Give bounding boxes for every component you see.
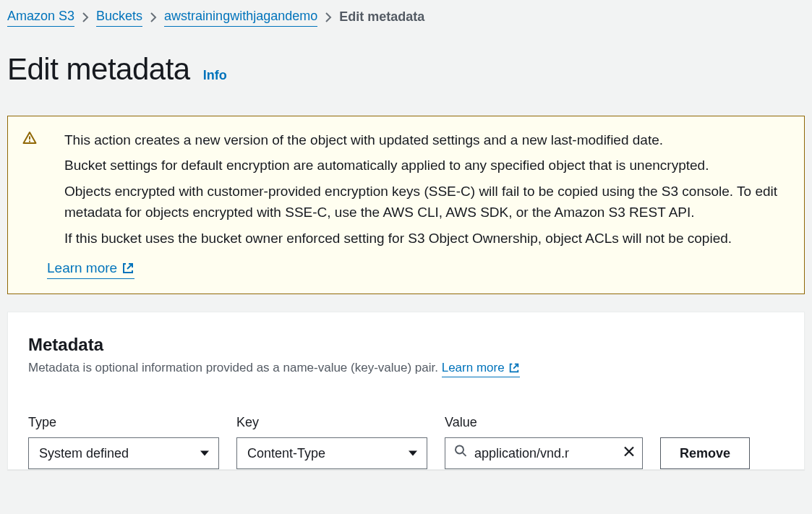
type-label: Type	[28, 414, 219, 432]
key-select-value: Content-Type	[247, 445, 325, 463]
breadcrumb-link-buckets[interactable]: Buckets	[96, 7, 142, 27]
value-input[interactable]	[474, 446, 616, 461]
svg-line-3	[463, 453, 466, 457]
value-input-wrapper	[445, 437, 643, 469]
key-label: Key	[236, 414, 427, 432]
chevron-right-icon	[150, 12, 157, 23]
svg-point-2	[456, 446, 463, 454]
clear-icon[interactable]	[623, 445, 635, 463]
page-heading: Edit metadata Info	[7, 48, 805, 91]
chevron-down-icon	[408, 445, 418, 463]
breadcrumb-link-bucket-name[interactable]: awstrainingwithjagandemo	[164, 7, 317, 27]
external-link-icon	[508, 362, 520, 374]
alert-item: Objects encrypted with customer-provided…	[64, 181, 790, 223]
key-field: Key Content-Type	[236, 414, 427, 469]
value-field: Value	[445, 414, 643, 469]
learn-more-label: Learn more	[442, 359, 505, 377]
external-link-icon	[121, 262, 134, 275]
breadcrumb: Amazon S3 Buckets awstrainingwithjagande…	[7, 7, 805, 27]
learn-more-label: Learn more	[47, 259, 117, 278]
alert-item: Bucket settings for default encryption a…	[64, 155, 790, 176]
type-select-value: System defined	[39, 445, 129, 463]
chevron-right-icon	[325, 12, 332, 23]
type-field: Type System defined	[28, 414, 219, 469]
alert-item: This action creates a new version of the…	[64, 129, 790, 150]
metadata-panel: Metadata Metadata is optional informatio…	[7, 312, 805, 471]
breadcrumb-current: Edit metadata	[339, 8, 424, 26]
metadata-description-text: Metadata is optional information provide…	[28, 361, 442, 374]
metadata-heading: Metadata	[28, 333, 784, 357]
alert-list: This action creates a new version of the…	[47, 129, 790, 249]
svg-rect-1	[29, 140, 30, 142]
remove-button[interactable]: Remove	[660, 437, 750, 469]
key-select[interactable]: Content-Type	[236, 437, 427, 469]
search-icon	[454, 445, 467, 463]
metadata-learn-more-link[interactable]: Learn more	[442, 359, 520, 377]
metadata-row: Type System defined Key Content-Type Val…	[28, 414, 784, 469]
alert-content: This action creates a new version of the…	[47, 129, 790, 279]
metadata-description: Metadata is optional information provide…	[28, 359, 784, 377]
learn-more-link[interactable]: Learn more	[47, 259, 134, 279]
chevron-right-icon	[82, 12, 89, 23]
breadcrumb-link-s3[interactable]: Amazon S3	[7, 7, 74, 27]
alert-item: If this bucket uses the bucket owner enf…	[64, 228, 790, 249]
page-title: Edit metadata	[7, 48, 190, 91]
warning-icon	[22, 131, 37, 279]
chevron-down-icon	[200, 445, 210, 463]
value-label: Value	[445, 414, 643, 432]
type-select[interactable]: System defined	[28, 437, 219, 469]
warning-alert: This action creates a new version of the…	[7, 116, 805, 294]
info-link[interactable]: Info	[203, 67, 227, 85]
svg-rect-0	[29, 136, 30, 140]
